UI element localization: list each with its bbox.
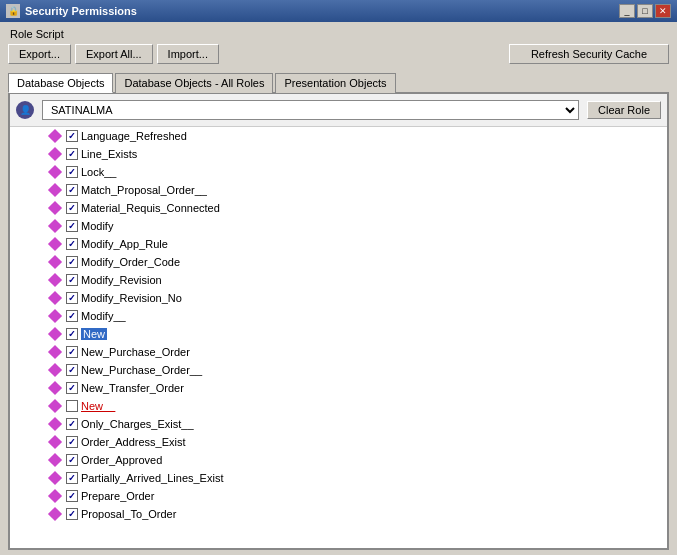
item-label: Modify_App_Rule: [81, 238, 168, 250]
tab-presentation-objects[interactable]: Presentation Objects: [275, 73, 395, 93]
tab-content: 👤 SATINALMA Clear Role Language_Refreshe…: [8, 92, 669, 550]
permission-checkbox[interactable]: [66, 238, 78, 250]
item-label: Modify_Revision_No: [81, 292, 182, 304]
tree-item[interactable]: Language_Refreshed: [10, 127, 667, 145]
permission-checkbox[interactable]: [66, 490, 78, 502]
diamond-icon: [48, 453, 62, 467]
item-label: Only_Charges_Exist__: [81, 418, 194, 430]
permission-checkbox[interactable]: [66, 184, 78, 196]
tree-item[interactable]: Only_Charges_Exist__: [10, 415, 667, 433]
diamond-icon: [48, 219, 62, 233]
window-body: Role Script Export... Export All... Impo…: [0, 22, 677, 555]
item-label: Modify: [81, 220, 113, 232]
permission-checkbox[interactable]: [66, 400, 78, 412]
tab-bar: Database Objects Database Objects - All …: [8, 72, 669, 92]
item-label: Material_Requis_Connected: [81, 202, 220, 214]
diamond-icon: [48, 471, 62, 485]
tree-item[interactable]: New_Transfer_Order: [10, 379, 667, 397]
permission-checkbox[interactable]: [66, 256, 78, 268]
permission-checkbox[interactable]: [66, 292, 78, 304]
permission-checkbox[interactable]: [66, 436, 78, 448]
permission-checkbox[interactable]: [66, 130, 78, 142]
tab-database-objects-all-roles[interactable]: Database Objects - All Roles: [115, 73, 273, 93]
diamond-icon: [48, 255, 62, 269]
permission-checkbox[interactable]: [66, 454, 78, 466]
diamond-icon: [48, 237, 62, 251]
role-dropdown[interactable]: SATINALMA: [42, 100, 579, 120]
permission-checkbox[interactable]: [66, 418, 78, 430]
tree-item[interactable]: Modify_App_Rule: [10, 235, 667, 253]
refresh-security-cache-button[interactable]: Refresh Security Cache: [509, 44, 669, 64]
tree-item[interactable]: Match_Proposal_Order__: [10, 181, 667, 199]
permission-checkbox[interactable]: [66, 148, 78, 160]
diamond-icon: [48, 201, 62, 215]
permission-checkbox[interactable]: [66, 346, 78, 358]
diamond-icon: [48, 399, 62, 413]
diamond-icon: [48, 165, 62, 179]
item-label: New_Purchase_Order__: [81, 364, 202, 376]
role-script-label: Role Script: [10, 28, 669, 40]
import-button[interactable]: Import...: [157, 44, 219, 64]
tab-database-objects[interactable]: Database Objects: [8, 73, 113, 93]
permission-checkbox[interactable]: [66, 364, 78, 376]
item-label: Order_Address_Exist: [81, 436, 186, 448]
window-controls: _ □ ✕: [619, 4, 671, 18]
diamond-icon: [48, 327, 62, 341]
diamond-icon: [48, 435, 62, 449]
tree-item[interactable]: Lock__: [10, 163, 667, 181]
tree-item[interactable]: Order_Address_Exist: [10, 433, 667, 451]
diamond-icon: [48, 417, 62, 431]
permission-checkbox[interactable]: [66, 472, 78, 484]
permission-checkbox[interactable]: [66, 202, 78, 214]
window-title: Security Permissions: [25, 5, 137, 17]
clear-role-button[interactable]: Clear Role: [587, 101, 661, 119]
diamond-icon: [48, 309, 62, 323]
permission-checkbox[interactable]: [66, 382, 78, 394]
item-label: Line_Exists: [81, 148, 137, 160]
item-label: Language_Refreshed: [81, 130, 187, 142]
role-selector-row: 👤 SATINALMA Clear Role: [10, 94, 667, 127]
item-label: New: [81, 328, 107, 340]
tree-item[interactable]: New__: [10, 397, 667, 415]
diamond-icon: [48, 363, 62, 377]
permission-checkbox[interactable]: [66, 328, 78, 340]
tree-item[interactable]: New: [10, 325, 667, 343]
tree-item[interactable]: Modify_Revision_No: [10, 289, 667, 307]
item-label: New_Transfer_Order: [81, 382, 184, 394]
tree-item[interactable]: New_Purchase_Order__: [10, 361, 667, 379]
diamond-icon: [48, 183, 62, 197]
tree-item[interactable]: Modify_Revision: [10, 271, 667, 289]
item-label: Match_Proposal_Order__: [81, 184, 207, 196]
tree-item[interactable]: Modify: [10, 217, 667, 235]
export-button[interactable]: Export...: [8, 44, 71, 64]
diamond-icon: [48, 129, 62, 143]
permission-checkbox[interactable]: [66, 166, 78, 178]
permission-checkbox[interactable]: [66, 508, 78, 520]
export-all-button[interactable]: Export All...: [75, 44, 153, 64]
diamond-icon: [48, 345, 62, 359]
toolbar: Export... Export All... Import... Refres…: [8, 44, 669, 64]
app-icon: 🔒: [6, 4, 20, 18]
tree-item[interactable]: Modify__: [10, 307, 667, 325]
tree-item[interactable]: Partially_Arrived_Lines_Exist: [10, 469, 667, 487]
maximize-button[interactable]: □: [637, 4, 653, 18]
tree-list[interactable]: Language_RefreshedLine_ExistsLock__Match…: [10, 127, 667, 547]
item-label: Modify_Order_Code: [81, 256, 180, 268]
permission-checkbox[interactable]: [66, 220, 78, 232]
tree-item[interactable]: Order_Approved: [10, 451, 667, 469]
close-button[interactable]: ✕: [655, 4, 671, 18]
tree-item[interactable]: Material_Requis_Connected: [10, 199, 667, 217]
tree-item[interactable]: Line_Exists: [10, 145, 667, 163]
tree-item[interactable]: Modify_Order_Code: [10, 253, 667, 271]
item-label: New_Purchase_Order: [81, 346, 190, 358]
diamond-icon: [48, 147, 62, 161]
tree-item[interactable]: Prepare_Order: [10, 487, 667, 505]
permission-checkbox[interactable]: [66, 310, 78, 322]
title-bar: 🔒 Security Permissions _ □ ✕: [0, 0, 677, 22]
tree-item[interactable]: New_Purchase_Order: [10, 343, 667, 361]
permission-checkbox[interactable]: [66, 274, 78, 286]
diamond-icon: [48, 273, 62, 287]
item-label: Modify_Revision: [81, 274, 162, 286]
minimize-button[interactable]: _: [619, 4, 635, 18]
tree-item[interactable]: Proposal_To_Order: [10, 505, 667, 523]
